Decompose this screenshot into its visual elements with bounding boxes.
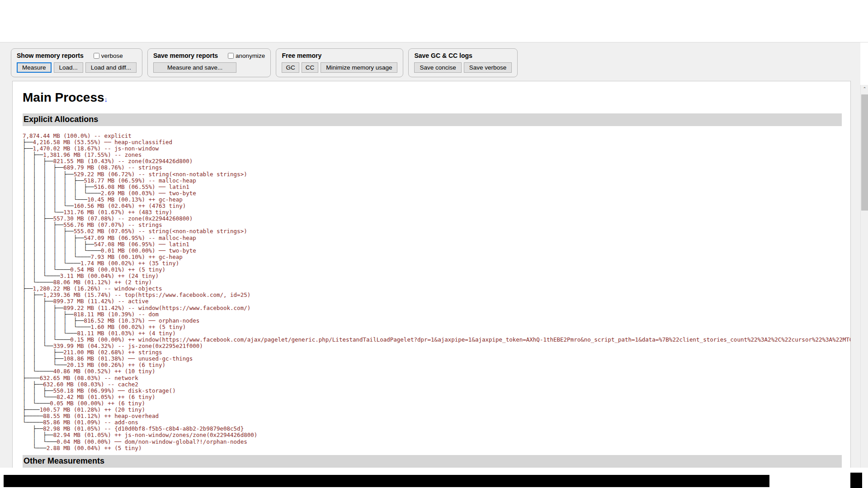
tree-row[interactable]: │ │ │ ├──689.79 MB (08.76%) -- strings xyxy=(23,164,850,171)
scrollbar-thumb[interactable] xyxy=(861,94,868,211)
tree-row[interactable]: │ │ ├──211.00 MB (02.68%) ++ strings xyxy=(23,349,850,356)
tree-entry[interactable]: 818.11 MB (10.39%) -- dom xyxy=(74,311,159,318)
tree-entry[interactable]: 1.74 MB (00.02%) ++ (35 tiny) xyxy=(80,260,179,267)
tree-entry[interactable]: 821.55 MB (10.43%) -- zone(0x2294426d800… xyxy=(53,158,193,164)
tree-row[interactable]: ├────100.57 MB (01.28%) ++ (20 tiny) xyxy=(23,407,850,413)
jump-down-arrow-link[interactable]: ↓ xyxy=(104,95,108,103)
tree-entry[interactable]: 40.86 MB (00.52%) ++ (10 tiny) xyxy=(53,368,156,375)
tree-row[interactable]: │ │ └──339.99 MB (04.32%) -- js-zone(0x2… xyxy=(23,343,850,349)
gc-button[interactable]: GC xyxy=(282,62,299,73)
tree-entry[interactable]: 1,239.36 MB (15.74%) -- top(https://www.… xyxy=(43,291,250,298)
tree-row[interactable]: │ │ └────3.11 MB (00.04%) ++ (24 tiny) xyxy=(23,273,850,279)
tree-entry[interactable]: 0.54 MB (00.01%) ++ (5 tiny) xyxy=(70,266,165,273)
tree-row[interactable]: │ │ ├──821.55 MB (10.43%) -- zone(0x2294… xyxy=(23,158,850,164)
tree-row[interactable]: │ │ │ ├──899.22 MB (11.42%) -- window(ht… xyxy=(23,305,850,311)
tree-entry[interactable]: 899.22 MB (11.42%) -- window(https://www… xyxy=(63,305,250,311)
tree-entry[interactable]: 82.42 MB (01.05%) ++ (6 tiny) xyxy=(57,394,155,400)
vertical-scrollbar[interactable]: ⌃ ⌄ xyxy=(860,85,868,488)
tree-row[interactable]: │ │ │ │ │ └───10.45 MB (00.13%) ++ gc-he… xyxy=(23,197,850,203)
tree-row[interactable]: │ ├──1,239.36 MB (15.74%) -- top(https:/… xyxy=(23,292,850,298)
tree-row[interactable]: │ │ │ │ │ ├──547.09 MB (06.95%) -- mallo… xyxy=(23,235,850,241)
tree-row[interactable]: 7,874.44 MB (100.0%) -- explicit xyxy=(23,133,850,139)
save-verbose-button[interactable]: Save verbose xyxy=(464,62,512,73)
tree-row[interactable]: ├──82.98 MB (01.05%) -- {d10d0bf8-f5b5-c… xyxy=(23,426,850,432)
tree-row[interactable]: └─────85.86 MB (01.09%) -- add-ons xyxy=(23,419,850,426)
tree-row[interactable]: │ │ │ │ ├──818.11 MB (10.39%) -- dom xyxy=(23,311,850,318)
tree-row[interactable]: │ └─────88.06 MB (01.12%) ++ (2 tiny) xyxy=(23,279,850,286)
save-gc-cc-logs-legend: Save GC & CC logs xyxy=(414,52,472,59)
tree-row[interactable]: ├─────88.55 MB (01.12%) ++ heap-overhead xyxy=(23,413,850,419)
tree-entry[interactable]: 555.02 MB (07.05%) -- string(<non-notabl… xyxy=(74,228,247,235)
tree-entry[interactable]: 20.13 MB (00.26%) ++ (6 tiny) xyxy=(67,361,165,368)
tree-entry[interactable]: 339.99 MB (04.32%) -- js-zone(0x2295e21f… xyxy=(53,343,203,349)
verbose-checkbox[interactable] xyxy=(94,53,99,59)
cc-button[interactable]: CC xyxy=(302,62,319,73)
tree-row[interactable]: │ ├──82.94 MB (01.05%) ++ js-non-window/… xyxy=(23,432,850,438)
tree-entry[interactable]: 7.93 MB (00.10%) ++ gc-heap xyxy=(91,253,183,260)
tree-entry[interactable]: 1.60 MB (00.02%) ++ (5 tiny) xyxy=(91,324,186,330)
tree-row[interactable]: │ │ ├──899.37 MB (11.42%) -- active xyxy=(23,298,850,305)
load-and-diff-button[interactable]: Load and diff... xyxy=(85,62,137,73)
tree-row[interactable]: │ │ │ └────0.54 MB (00.01%) ++ (5 tiny) xyxy=(23,267,850,273)
tree-row[interactable]: │ ├──1,381.96 MB (17.55%) -- zones xyxy=(23,152,850,158)
tree-entry[interactable]: 81.11 MB (01.03%) ++ (4 tiny) xyxy=(77,330,175,337)
tree-entry[interactable]: 82.94 MB (01.05%) ++ js-non-window/zones… xyxy=(53,432,258,438)
tree-row[interactable]: │ │ ├──557.30 MB (07.08%) -- zone(0x2294… xyxy=(23,216,850,222)
tree-entry[interactable]: 0.05 MB (00.00%) ++ (6 tiny) xyxy=(50,400,145,407)
tree-entry[interactable]: 556.76 MB (07.07%) -- strings xyxy=(63,221,162,228)
measure-button[interactable]: Measure xyxy=(17,62,52,73)
tree-row[interactable]: │ │ │ │ ├──529.22 MB (06.72%) -- string(… xyxy=(23,171,850,178)
tree-row[interactable]: │ │ │ │ ├──555.02 MB (07.05%) -- string(… xyxy=(23,228,850,235)
tree-entry[interactable]: 547.09 MB (06.95%) -- malloc-heap xyxy=(84,235,196,241)
tree-entry[interactable]: 3.11 MB (00.04%) ++ (24 tiny) xyxy=(60,272,159,279)
tree-row[interactable]: │ │ │ │ └────1.74 MB (00.02%) ++ (35 tin… xyxy=(23,260,850,267)
tree-entry[interactable]: 82.98 MB (01.05%) -- {d10d0bf8-f5b5-c8b4… xyxy=(43,425,244,432)
tree-entry[interactable]: 88.55 MB (01.12%) ++ heap-overhead xyxy=(43,413,159,419)
tree-row[interactable]: │ │ │ └────0.15 MB (00.00%) ++ window(ht… xyxy=(23,337,850,343)
tree-entry[interactable]: 557.30 MB (07.08%) -- zone(0x22944260800… xyxy=(53,215,193,222)
tree-row[interactable]: │ │ │ │ └───81.11 MB (01.03%) ++ (4 tiny… xyxy=(23,330,850,337)
tree-entry[interactable]: 0.15 MB (00.00%) ++ window(https://www.f… xyxy=(70,336,851,343)
minimize-memory-usage-button[interactable]: Minimize memory usage xyxy=(321,62,397,73)
tree-row[interactable]: ├────632.65 MB (08.03%) -- network xyxy=(23,375,850,381)
tree-entry[interactable]: 100.57 MB (01.28%) ++ (20 tiny) xyxy=(40,406,145,413)
tree-row[interactable]: │ │ │ │ │ └────1.60 MB (00.02%) ++ (5 ti… xyxy=(23,324,850,330)
tree-entry[interactable]: 211.00 MB (02.68%) ++ strings xyxy=(63,349,162,356)
tree-row[interactable]: │ │ │ │ │ ├──518.77 MB (06.59%) -- mallo… xyxy=(23,178,850,184)
tree-row[interactable]: │ │ │ ├──556.76 MB (07.07%) -- strings xyxy=(23,222,850,228)
tree-entry[interactable]: 899.37 MB (11.42%) -- active xyxy=(53,298,149,305)
anonymize-checkbox-label[interactable]: anonymize xyxy=(228,52,265,59)
tree-entry[interactable]: 85.86 MB (01.09%) -- add-ons xyxy=(43,419,138,426)
tree-row[interactable]: │ │ │ │ │ └────7.93 MB (00.10%) ++ gc-he… xyxy=(23,254,850,260)
tree-row[interactable]: │ └────0.05 MB (00.00%) ++ (6 tiny) xyxy=(23,400,850,407)
tree-row[interactable]: │ │ │ └──131.76 MB (01.67%) ++ (483 tiny… xyxy=(23,209,850,216)
tree-entry[interactable]: 131.76 MB (01.67%) ++ (483 tiny) xyxy=(63,209,172,216)
tree-entry[interactable]: 632.65 MB (08.03%) -- network xyxy=(40,375,138,381)
tree-row[interactable]: │ │ └───82.42 MB (01.05%) ++ (6 tiny) xyxy=(23,394,850,400)
load-button[interactable]: Load... xyxy=(54,62,83,73)
tree-row[interactable]: └───2.88 MB (00.04%) ++ (5 tiny) xyxy=(23,445,850,451)
tree-row[interactable]: ├──1,280.22 MB (16.26%) -- window-object… xyxy=(23,286,850,292)
tree-row[interactable]: │ ├──632.60 MB (08.03%) -- cache2 xyxy=(23,381,850,388)
anonymize-checkbox[interactable] xyxy=(228,53,234,59)
tree-entry[interactable]: 10.45 MB (00.13%) ++ gc-heap xyxy=(87,196,183,203)
tree-entry[interactable]: 160.56 MB (02.04%) ++ (4763 tiny) xyxy=(74,202,186,209)
verbose-checkbox-label[interactable]: verbose xyxy=(94,52,123,59)
tree-entry[interactable]: 1,280.22 MB (16.26%) -- window-objects xyxy=(33,285,162,292)
tree-row[interactable]: │ └─────40.86 MB (00.52%) ++ (10 tiny) xyxy=(23,368,850,375)
save-concise-button[interactable]: Save concise xyxy=(414,62,461,73)
tree-entry[interactable]: 518.77 MB (06.59%) -- malloc-heap xyxy=(84,177,196,184)
tree-entry[interactable]: 2.88 MB (00.04%) ++ (5 tiny) xyxy=(47,445,142,451)
tree-row[interactable]: │ │ │ │ └──160.56 MB (02.04%) ++ (4763 t… xyxy=(23,203,850,209)
tree-entry[interactable]: 1,381.96 MB (17.55%) -- zones xyxy=(43,151,142,158)
tree-entry[interactable]: 7,874.44 MB (100.0%) -- explicit xyxy=(23,132,132,139)
measure-and-save-button[interactable]: Measure and save... xyxy=(153,62,236,73)
tree-row[interactable]: │ │ └───20.13 MB (00.26%) ++ (6 tiny) xyxy=(23,362,850,368)
tree-entry[interactable]: 88.06 MB (01.12%) ++ (2 tiny) xyxy=(53,279,152,286)
tree-entry[interactable]: 632.60 MB (08.03%) -- cache2 xyxy=(43,381,138,388)
tree-row[interactable]: ├──1,470.02 MB (18.67%) -- js-non-window xyxy=(23,145,850,152)
tree-entry[interactable]: 689.79 MB (08.76%) -- strings xyxy=(63,164,162,171)
tree-entry[interactable]: 1,470.02 MB (18.67%) -- js-non-window xyxy=(33,145,159,152)
tree-entry[interactable]: 529.22 MB (06.72%) -- string(<non-notabl… xyxy=(74,171,247,178)
scroll-up-button[interactable]: ⌃ xyxy=(861,85,868,93)
